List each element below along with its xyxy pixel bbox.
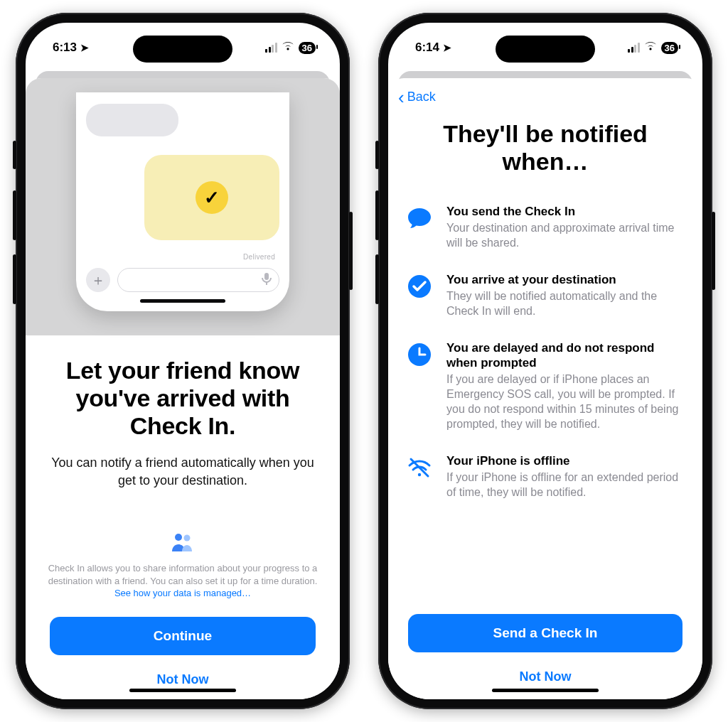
back-label: Back: [407, 90, 436, 104]
location-icon: ➤: [443, 42, 451, 53]
location-icon: ➤: [80, 42, 89, 53]
wifi-icon: [282, 41, 294, 54]
home-indicator: [129, 689, 236, 692]
notify-list: You send the Check In Your destination a…: [388, 204, 702, 614]
mute-switch: [375, 141, 379, 169]
volume-down: [375, 254, 379, 304]
send-checkin-button[interactable]: Send a Check In: [408, 614, 682, 652]
cellular-icon: [265, 43, 277, 53]
wifi-slash-icon: [405, 453, 434, 482]
onboarding-sheet: ✓ Delivered ＋ Let your friend: [26, 78, 340, 699]
checkmark-circle-icon: [405, 272, 434, 301]
check-icon: ✓: [196, 181, 228, 214]
volume-up: [13, 190, 16, 240]
info-sheet: ‹ Back They'll be notified when… You sen…: [388, 78, 702, 699]
privacy-link[interactable]: See how your data is managed…: [114, 588, 251, 598]
item-title: Your iPhone is offline: [446, 453, 684, 468]
side-button: [349, 212, 353, 290]
dynamic-island: [133, 36, 232, 63]
plus-icon: ＋: [86, 268, 110, 292]
status-time: 6:13: [53, 41, 77, 55]
item-title: You send the Check In: [446, 204, 684, 219]
delivered-label: Delivered: [86, 253, 275, 261]
hero-illustration: ✓ Delivered ＋: [26, 78, 340, 335]
page-title: They'll be notified when…: [402, 120, 688, 176]
speech-bubble-icon: [405, 204, 434, 232]
battery-icon: 36: [661, 42, 678, 54]
clock-icon: [405, 340, 434, 369]
checkin-bubble: ✓: [144, 155, 279, 240]
item-title: You arrive at your destination: [446, 272, 684, 287]
mic-icon: [262, 272, 272, 288]
phone-left: 6:13 ➤ 36 ✓ Delivered: [16, 13, 350, 709]
item-subtitle: They will be notified automatically and …: [446, 289, 684, 319]
list-item: You are delayed and do not respond when …: [405, 340, 684, 432]
wifi-icon: [644, 41, 657, 54]
incoming-bubble: [86, 104, 178, 136]
volume-up: [375, 190, 379, 240]
mock-home-indicator: [140, 299, 225, 303]
item-subtitle: If you are delayed or if iPhone places a…: [446, 372, 684, 431]
friends-icon: [43, 532, 323, 556]
item-subtitle: Your destination and approximate arrival…: [446, 221, 684, 251]
privacy-note: Check In allows you to share information…: [46, 562, 320, 600]
svg-point-1: [184, 535, 191, 542]
back-button[interactable]: ‹ Back: [388, 78, 702, 107]
cellular-icon: [628, 43, 640, 53]
side-button: [712, 212, 715, 290]
volume-down: [13, 254, 16, 304]
home-indicator: [492, 689, 599, 692]
svg-point-4: [418, 473, 421, 475]
chat-mockup: ✓ Delivered ＋: [76, 92, 289, 311]
compose-field: [117, 268, 279, 292]
list-item: Your iPhone is offline If your iPhone is…: [405, 453, 684, 500]
dynamic-island: [496, 36, 595, 63]
svg-point-0: [175, 534, 182, 541]
continue-button[interactable]: Continue: [50, 617, 316, 655]
page-title: Let your friend know you've arrived with…: [43, 357, 323, 440]
item-subtitle: If your iPhone is offline for an extende…: [446, 470, 684, 500]
battery-icon: 36: [299, 42, 316, 54]
item-title: You are delayed and do not respond when …: [446, 340, 684, 371]
list-item: You send the Check In Your destination a…: [405, 204, 684, 251]
page-subtitle: You can notify a friend automatically wh…: [50, 454, 316, 489]
mute-switch: [13, 141, 16, 169]
status-time: 6:14: [415, 41, 439, 55]
list-item: You arrive at your destination They will…: [405, 272, 684, 319]
phone-right: 6:14 ➤ 36 ‹ Back They'll be notified whe…: [378, 13, 712, 709]
